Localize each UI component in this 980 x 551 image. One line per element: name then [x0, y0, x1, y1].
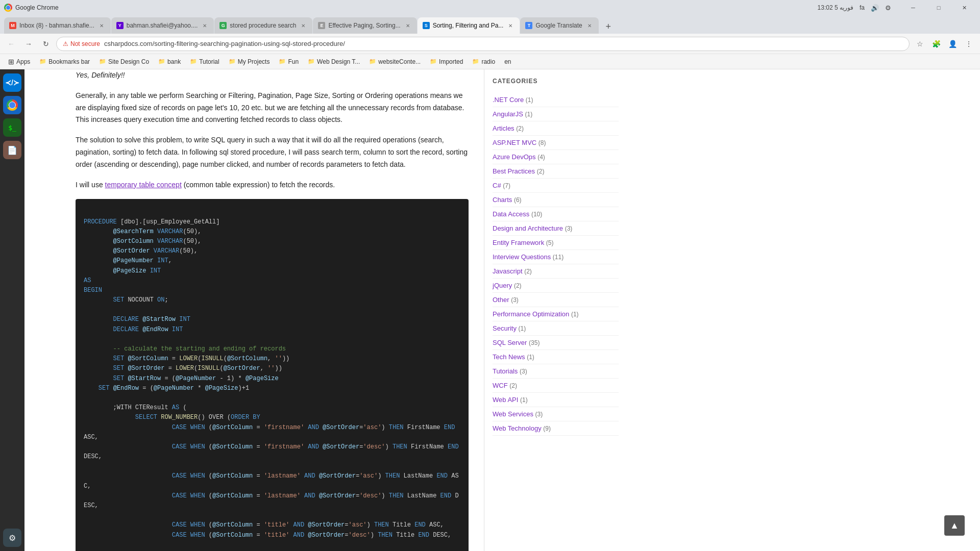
tab-label-tab-translate: Google Translate	[535, 22, 582, 29]
category-item[interactable]: Interview Questions (11)	[493, 250, 619, 264]
security-label: Not secure	[70, 40, 100, 47]
category-item[interactable]: Charts (6)	[493, 193, 619, 207]
back-button[interactable]: ←	[4, 37, 18, 51]
bookmark-web-design-t...[interactable]: 📁Web Design T...	[304, 56, 364, 68]
tab-tab-yahoo[interactable]: Ybahman.shafiei@yahoo....✕	[111, 17, 214, 34]
dock-item-terminal[interactable]: $_	[3, 118, 21, 137]
addressbar: ← → ↻ ⚠ Not secure csharpdocs.com/sortin…	[0, 34, 980, 54]
url-bar[interactable]: ⚠ Not secure csharpdocs.com/sorting-filt…	[56, 37, 910, 51]
tab-close-tab-stored[interactable]: ✕	[299, 21, 307, 30]
category-item[interactable]: .NET Core (1)	[493, 93, 619, 107]
titlebar-right: فوریه 5 13:02 fa 🔊 ⚙ ─ □ ✕	[818, 0, 976, 15]
dock-item-settings[interactable]: ⚙	[3, 529, 21, 547]
category-item[interactable]: ASP.NET MVC (8)	[493, 136, 619, 150]
window-controls[interactable]: ─ □ ✕	[901, 0, 976, 15]
para3-suffix: (common table expression) to fetch the r…	[182, 181, 335, 189]
category-item[interactable]: Articles (2)	[493, 121, 619, 136]
tab-tab-current[interactable]: SSorting, Filtering and Pa...✕	[418, 17, 520, 34]
category-item[interactable]: Azure DevOps (4)	[493, 150, 619, 164]
titlebar-app-name: Google Chrome	[15, 4, 59, 11]
temp-table-link[interactable]: temporary table concept	[105, 181, 182, 189]
category-item[interactable]: Other (3)	[493, 293, 619, 307]
addressbar-right: ☆ 🧩 👤 ⋮	[913, 37, 976, 51]
tab-label-tab-current: Sorting, Filtering and Pa...	[433, 22, 504, 29]
category-item[interactable]: Web Technology (9)	[493, 421, 619, 436]
bookmark-radio[interactable]: 📁radio	[468, 56, 499, 68]
tab-close-tab-translate[interactable]: ✕	[585, 21, 594, 30]
dock: ≺/≻ $_ 📄 ⚙	[0, 69, 24, 551]
category-item[interactable]: C# (7)	[493, 179, 619, 193]
chrome-icon	[4, 4, 12, 12]
dock-item-chrome[interactable]	[3, 96, 21, 114]
bookmark-apps[interactable]: ⊞Apps	[4, 56, 34, 68]
sidebar-right: CATEGORIES .NET Core (1)AngularJS (1)Art…	[484, 69, 627, 551]
category-item[interactable]: Performance Optimization (1)	[493, 307, 619, 321]
dock-item-file[interactable]: 📄	[3, 141, 21, 159]
page-wrapper: Yes, Definitely!! Generally, in any tabl…	[24, 69, 980, 551]
article-intro: Yes, Definitely!!	[76, 69, 469, 82]
category-item[interactable]: Design and Architecture (3)	[493, 221, 619, 236]
category-item[interactable]: Security (1)	[493, 321, 619, 336]
category-item[interactable]: jQuery (2)	[493, 279, 619, 293]
tab-favicon-tab-gmail: M	[9, 22, 16, 29]
category-item[interactable]: Web Services (3)	[493, 407, 619, 421]
category-item[interactable]: Javascript (2)	[493, 264, 619, 279]
article-para3: I will use temporary table concept (comm…	[76, 179, 469, 191]
tab-close-tab-paging[interactable]: ✕	[404, 21, 412, 30]
tab-label-tab-yahoo: bahman.shafiei@yahoo....	[127, 22, 198, 29]
forward-button[interactable]: →	[21, 37, 36, 51]
titlebar: Google Chrome فوریه 5 13:02 fa 🔊 ⚙ ─ □ ✕	[0, 0, 980, 15]
tab-tab-gmail[interactable]: MInbox (8) - bahman.shafie...✕	[4, 17, 111, 34]
bookmark-websiteconte...[interactable]: 📁websiteConte...	[365, 56, 425, 68]
dock-item-vscode[interactable]: ≺/≻	[3, 73, 21, 92]
category-item[interactable]: Best Practices (2)	[493, 164, 619, 179]
extensions-icon[interactable]: 🧩	[929, 37, 943, 51]
close-button[interactable]: ✕	[952, 0, 976, 15]
menu-icon[interactable]: ⋮	[962, 37, 976, 51]
titlebar-left: Google Chrome	[4, 4, 59, 12]
tab-tab-stored[interactable]: Gstored procedure search✕	[214, 17, 312, 34]
tab-close-tab-yahoo[interactable]: ✕	[201, 21, 209, 30]
article-para2: The solution to solve this problem, to w…	[76, 134, 469, 170]
category-item[interactable]: SQL Server (35)	[493, 336, 619, 350]
categories-list: .NET Core (1)AngularJS (1)Articles (2)AS…	[493, 93, 619, 436]
category-item[interactable]: AngularJS (1)	[493, 107, 619, 121]
security-indicator: ⚠ Not secure	[63, 40, 100, 47]
titlebar-sound[interactable]: 🔊	[871, 4, 879, 12]
browser-content: ≺/≻ $_ 📄 ⚙ Yes, Definitely!! Generally, …	[0, 69, 980, 551]
tab-favicon-tab-paging: E	[318, 22, 325, 29]
bookmark-en[interactable]: en	[500, 56, 515, 68]
profile-icon[interactable]: 👤	[945, 37, 960, 51]
bookmark-bookmarks-bar[interactable]: 📁Bookmarks bar	[35, 56, 94, 68]
tab-tab-paging[interactable]: EEffective Paging, Sorting...✕	[313, 17, 416, 34]
url-text: csharpdocs.com/sorting-filtering-searchi…	[104, 40, 345, 47]
bookmark-fun[interactable]: 📁Fun	[275, 56, 303, 68]
category-item[interactable]: Data Access (10)	[493, 207, 619, 221]
tabbar: MInbox (8) - bahman.shafie...✕Ybahman.sh…	[0, 15, 980, 34]
category-item[interactable]: Tutorials (3)	[493, 364, 619, 379]
bookmark-site-design-co[interactable]: 📁Site Design Co	[95, 56, 153, 68]
bookmark-tutorial[interactable]: 📁Tutorial	[186, 56, 224, 68]
bookmark-star-icon[interactable]: ☆	[913, 37, 927, 51]
category-item[interactable]: Web API (1)	[493, 393, 619, 407]
category-item[interactable]: Entity Framework (5)	[493, 236, 619, 250]
bookmark-imported[interactable]: 📁Imported	[426, 56, 467, 68]
titlebar-settings[interactable]: ⚙	[885, 4, 891, 12]
tab-close-tab-gmail[interactable]: ✕	[97, 21, 106, 30]
tab-favicon-tab-yahoo: Y	[116, 22, 124, 29]
tab-tab-translate[interactable]: TGoogle Translate✕	[520, 17, 598, 34]
new-tab-button[interactable]: +	[601, 19, 616, 34]
code-block: PROCEDURE [dbo].[usp_Employee_GetAll] @S…	[76, 199, 469, 551]
tab-close-tab-current[interactable]: ✕	[506, 21, 514, 30]
scroll-to-top-button[interactable]: ▲	[944, 515, 965, 536]
maximize-button[interactable]: □	[927, 0, 950, 15]
bookmark-bank[interactable]: 📁bank	[154, 56, 185, 68]
minimize-button[interactable]: ─	[901, 0, 925, 15]
bookmark-my-projects[interactable]: 📁My Projects	[225, 56, 274, 68]
tab-favicon-tab-current: S	[423, 22, 430, 29]
category-item[interactable]: Tech News (1)	[493, 350, 619, 364]
reload-button[interactable]: ↻	[39, 37, 53, 51]
tab-label-tab-paging: Effective Paging, Sorting...	[328, 22, 400, 29]
category-item[interactable]: WCF (2)	[493, 379, 619, 393]
titlebar-lang: fa	[860, 4, 865, 11]
